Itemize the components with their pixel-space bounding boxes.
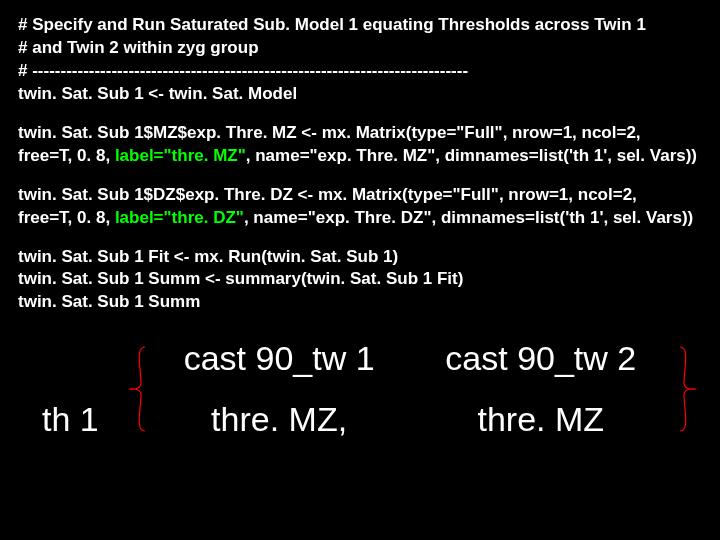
- cell-value-tw2: thre. MZ: [478, 400, 605, 439]
- threshold-diagram: th 1 cast 90_tw 1 thre. MZ, cast 90_tw 2…: [18, 338, 702, 439]
- code-fit: twin. Sat. Sub 1 Fit <- mx. Run(twin. Sa…: [18, 246, 702, 269]
- code-mz-line2: free=T, 0. 8, label="thre. MZ", name="ex…: [18, 145, 702, 168]
- column-tw2: cast 90_tw 2 thre. MZ: [408, 339, 674, 439]
- code-dz-label: label="thre. DZ": [115, 208, 244, 227]
- row-label-th1: th 1: [42, 400, 99, 439]
- slide: # Specify and Run Saturated Sub. Model 1…: [0, 0, 720, 453]
- code-assign-model: twin. Sat. Sub 1 <- twin. Sat. Model: [18, 83, 702, 106]
- code-dz-line2: free=T, 0. 8, label="thre. DZ", name="ex…: [18, 207, 702, 230]
- code-dz-line1: twin. Sat. Sub 1$DZ$exp. Thre. DZ <- mx.…: [18, 184, 702, 207]
- code-summary-assign: twin. Sat. Sub 1 Summ <- summary(twin. S…: [18, 268, 702, 291]
- right-brace-col: [674, 339, 702, 439]
- code-dz-post: , name="exp. Thre. DZ", dimnames=list('t…: [244, 208, 693, 227]
- code-comment-2: # and Twin 2 within zyg group: [18, 37, 702, 60]
- code-mz-line1: twin. Sat. Sub 1$MZ$exp. Thre. MZ <- mx.…: [18, 122, 702, 145]
- code-comment-divider: # --------------------------------------…: [18, 60, 702, 83]
- cell-value-tw1: thre. MZ,: [211, 400, 347, 439]
- col-header-tw1: cast 90_tw 1: [184, 339, 375, 378]
- code-mz-label: label="thre. MZ": [115, 146, 246, 165]
- col-header-tw2: cast 90_tw 2: [445, 339, 636, 378]
- row-header-col: th 1: [18, 338, 123, 439]
- code-dz-pre: free=T, 0. 8,: [18, 208, 115, 227]
- code-comment-1: # Specify and Run Saturated Sub. Model 1…: [18, 14, 702, 37]
- code-summary-print: twin. Sat. Sub 1 Summ: [18, 291, 702, 314]
- code-mz-post: , name="exp. Thre. MZ", dimnames=list('t…: [246, 146, 697, 165]
- left-brace-icon: [123, 339, 151, 439]
- left-brace-col: [123, 339, 151, 439]
- right-brace-icon: [674, 339, 702, 439]
- code-mz-pre: free=T, 0. 8,: [18, 146, 115, 165]
- column-tw1: cast 90_tw 1 thre. MZ,: [151, 339, 408, 439]
